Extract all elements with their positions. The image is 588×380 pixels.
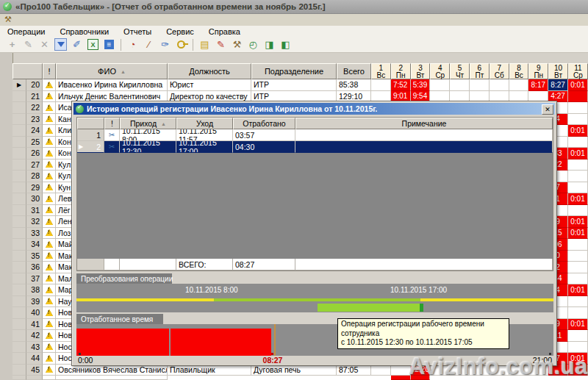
day-cell[interactable] (568, 307, 588, 319)
employee-department[interactable]: ИТР (251, 79, 337, 91)
add-icon[interactable]: + (6, 38, 18, 51)
day-cell[interactable]: 0:01 (568, 148, 588, 159)
day-cell[interactable] (490, 79, 509, 91)
dialog-header-worked[interactable]: Отработано (233, 118, 295, 129)
worktime-icon[interactable]: ◔ (126, 38, 139, 51)
day-cell[interactable] (568, 342, 588, 354)
menu-item[interactable]: Справка (209, 27, 240, 36)
day-cell[interactable] (509, 79, 529, 91)
brush-icon[interactable]: ✑ (159, 38, 171, 51)
day-header-cell[interactable]: 11Ср (568, 63, 588, 79)
key-icon[interactable] (175, 38, 187, 51)
warning-icon (46, 241, 53, 248)
day-cell[interactable]: 0:01 (568, 193, 588, 205)
dialog-titlebar[interactable]: История операций регистрации Ивасенко Ир… (74, 103, 555, 115)
day-cell[interactable] (568, 137, 588, 148)
day-cell[interactable] (568, 114, 588, 126)
menu-item[interactable]: Сервис (166, 27, 194, 36)
day-cell[interactable]: 0:01 (568, 228, 588, 240)
logout-door-icon[interactable]: ◧ (279, 38, 292, 51)
header-department[interactable]: Подразделение (251, 63, 337, 79)
day-cell[interactable]: 0:01 (568, 319, 588, 331)
day-header-cell[interactable]: 9Пн (528, 63, 548, 79)
operation-bar[interactable] (318, 304, 423, 312)
day-header-cell[interactable]: 7Сб (490, 63, 509, 79)
out-time-cell[interactable]: 10.11.2015 17:00 (176, 141, 233, 153)
menu-item[interactable]: Отчеты (123, 27, 151, 36)
day-cell[interactable] (371, 79, 391, 91)
day-cell[interactable]: 0:01 (568, 79, 588, 91)
day-header-cell[interactable]: 5Чт (450, 63, 470, 79)
row-number: 23 (26, 114, 43, 126)
login-door-icon[interactable]: ◨ (263, 38, 276, 51)
worked-time-bar[interactable] (76, 329, 169, 356)
header-fio[interactable]: ФИО▲ (56, 63, 168, 79)
header-position[interactable]: Должность (168, 63, 251, 79)
day-cell[interactable] (568, 273, 588, 285)
filter-icon[interactable] (54, 38, 67, 51)
dialog-header-out[interactable]: Уход (176, 118, 233, 129)
note-cell[interactable] (295, 141, 553, 153)
worked-time-bar[interactable] (171, 329, 271, 356)
day-cell[interactable] (568, 239, 588, 251)
report-icon[interactable]: ≡ (103, 38, 115, 51)
day-header-cell[interactable]: 1Вс (371, 63, 391, 79)
edit-icon[interactable]: ✎ (22, 38, 35, 51)
excel-export-icon[interactable]: X (87, 38, 99, 51)
day-cell[interactable] (568, 182, 588, 194)
operation-row-selected[interactable]: ▶2 ✂ 10.11.2015 12:30 10.11.2015 17:00 0… (77, 141, 553, 153)
close-icon[interactable]: ✕ (542, 104, 553, 115)
menu-item[interactable]: Операции (7, 27, 45, 36)
pen-icon[interactable]: ✐ (71, 38, 83, 51)
employee-position[interactable]: Юрист (168, 79, 251, 91)
day-header-cell[interactable]: 4Ср (430, 63, 450, 79)
schedule-icon[interactable]: ◴ (247, 38, 259, 51)
total-cell[interactable]: 85:38 (337, 79, 371, 91)
worked-time-cell[interactable]: 04:30 (233, 141, 295, 153)
journal-icon[interactable]: ▤ (198, 38, 211, 51)
table-row[interactable]: ▶ 20 Ивасенко Ирина Кирилловна Юрист ИТР… (12, 79, 588, 91)
day-cell[interactable] (568, 330, 588, 342)
day-cell[interactable]: 7:52 (391, 79, 411, 91)
ruler-icon[interactable]: ∕ (143, 38, 155, 51)
day-header-cell[interactable]: 3Вт (411, 63, 431, 79)
day-cell[interactable] (568, 159, 588, 171)
warning-icon (46, 343, 53, 350)
dialog-header-note[interactable]: Примечание (295, 118, 553, 129)
day-cell[interactable] (568, 205, 588, 217)
delete-icon[interactable]: ✕ (38, 38, 51, 51)
day-cell[interactable]: 0:01 (568, 216, 588, 228)
out-time-cell[interactable]: 10.11.2015 11:57 (176, 129, 233, 141)
register-icon[interactable]: ✎ (215, 38, 227, 51)
day-cell[interactable] (568, 296, 588, 308)
day-cell[interactable]: 8:17 (528, 79, 548, 91)
day-cell[interactable] (568, 251, 588, 262)
day-cell[interactable] (568, 91, 588, 103)
note-cell[interactable] (295, 129, 553, 141)
menu-item[interactable]: Справочники (60, 27, 109, 36)
selected-day-cell[interactable]: 8:27 (548, 79, 568, 91)
day-cell[interactable] (568, 262, 588, 273)
day-cell[interactable] (470, 79, 490, 91)
day-cell[interactable]: 0:01 (568, 125, 588, 137)
header-warning-column[interactable]: ! (43, 63, 56, 79)
day-cell[interactable]: 0:01 (568, 284, 588, 296)
tools-icon[interactable]: ⚒ (231, 38, 243, 51)
dialog-header-warning[interactable]: ! (104, 118, 120, 129)
header-total[interactable]: Всего (337, 63, 371, 79)
day-cell[interactable] (568, 171, 588, 182)
worked-time-cell[interactable]: 03:57 (233, 129, 295, 141)
dialog-header-in[interactable]: Приход▲ (120, 118, 176, 129)
day-cell[interactable] (568, 102, 588, 114)
day-header-cell[interactable]: 6Пт (470, 63, 490, 79)
in-time-cell[interactable]: 10.11.2015 8:00 (120, 129, 176, 141)
day-header-cell[interactable]: 2Пн (391, 63, 411, 79)
day-cell[interactable] (450, 79, 470, 91)
in-time-cell[interactable]: 10.11.2015 12:30 (120, 141, 176, 153)
operation-row[interactable]: 1 ✂ 10.11.2015 8:00 10.11.2015 11:57 03:… (77, 129, 553, 141)
day-header-cell[interactable]: 10Вт (548, 63, 568, 79)
day-header-cell[interactable]: 8Вс (509, 63, 529, 79)
day-cell[interactable]: 5:39 (411, 79, 431, 91)
day-cell[interactable] (430, 79, 450, 91)
employee-name[interactable]: Ивасенко Ирина Кирилловна (56, 79, 168, 91)
